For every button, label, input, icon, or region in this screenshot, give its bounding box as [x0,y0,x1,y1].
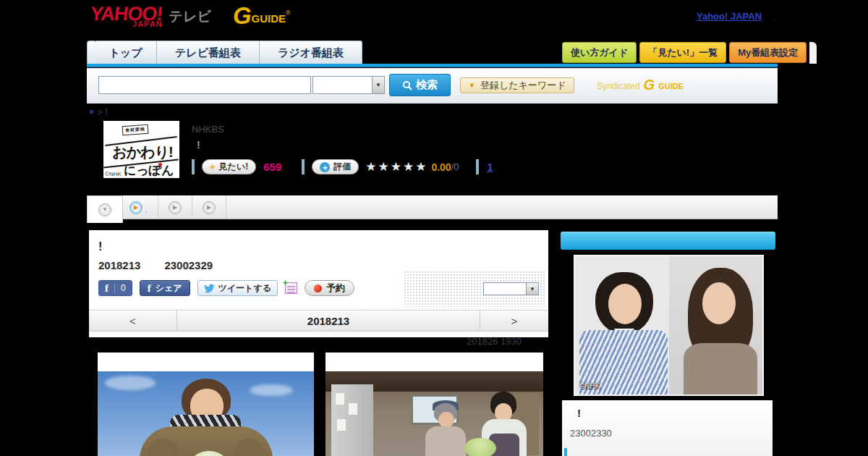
breadcrumb-icon [90,110,93,114]
rating-denominator: /0 [451,161,459,172]
facebook-like-count: 0 [121,283,126,293]
divider-bar [476,159,479,174]
mitai-button-label: 見たい! [219,161,249,173]
cast-photo: ©NHK [574,255,764,396]
plus-icon: + [210,161,216,172]
search-category-select[interactable]: ▼ [312,76,385,94]
photo-caption [98,352,314,371]
search-input[interactable] [98,76,311,94]
date-navigation: < 2018213 > [89,310,548,332]
sidebar-episode-title: ! [577,407,581,419]
current-date-label: 2018213 [177,311,480,331]
yahoo-japan-link[interactable]: Yahoo! JAPAN [697,11,762,22]
prev-date-button[interactable]: < [89,311,177,331]
photo-caption [326,352,543,371]
rate-button[interactable]: ＋ 評価 [312,159,359,174]
gguide-mini-text: GUIDE [658,82,684,90]
mitai-button[interactable]: + 見たい! [202,159,256,174]
nhk-copyright: ©NHK [105,171,122,177]
nhk-copyright: ©NHK [579,382,600,390]
episode-time: 23002329 [164,259,213,271]
reserve-button[interactable]: 予約 [305,280,354,296]
sidebar-episode-panel: ! 23002330 [562,400,773,456]
calendar-add-icon[interactable]: + [285,282,297,294]
facebook-share-label: シェア [156,282,182,295]
nav-right-edge [809,42,817,64]
program-title: ! [197,139,200,151]
rating-score: 0.00 [431,161,451,173]
media-tab-strip: ▼ ▶ 、 ▶ ▶ [87,195,778,219]
record-dot-icon [314,284,322,292]
breadcrumb: > ! [90,106,108,117]
registered-keywords-button[interactable]: ▼ 登録したキーワード [460,77,574,93]
search-button-label: 検索 [416,78,438,92]
episode-photo-kitchen [326,371,543,456]
gguide-text: GUIDE [252,12,286,25]
my-listings-settings-button[interactable]: My番組表設定 [729,42,807,63]
tweet-button-label: ツイートする [218,282,271,295]
red-accent-dot [158,163,162,166]
media-tab-note: 、 [145,206,151,215]
star-rating-icons: ★★★★★ [365,159,427,174]
rate-button-label: 評価 [333,161,351,173]
syndicated-gguide-logo: Syndicated G GUIDE [597,77,684,92]
registered-keywords-label: 登録したキーワード [480,79,566,92]
divider-bar [192,159,195,174]
search-button[interactable]: 検索 [389,74,451,96]
media-tab-video-3[interactable]: ▶ [192,195,226,219]
review-count-link[interactable]: 1 [487,161,493,173]
episode-select[interactable]: ▼ [483,282,539,295]
yahoo-logo-text: YAHOO! [90,4,163,23]
twitter-bird-icon [204,284,215,293]
gguide-logo-icon: G GUIDE ® [233,5,291,27]
episode-photo-card [326,352,543,456]
logo-title-line1: おかわり! [108,143,177,162]
media-tab-info[interactable]: ▼ [87,195,123,223]
plus-icon: ＋ [320,162,330,172]
sidebar-episode-time: 23002330 [570,428,612,439]
divider [114,284,115,293]
facebook-share-button[interactable]: f シェア [140,280,190,296]
media-tab-video-2[interactable]: ▶ [158,195,192,219]
media-tab-video-1[interactable]: ▶ 、 [123,195,158,219]
nav-tab-radio-listings[interactable]: ラジオ番組表 [260,41,362,64]
gguide-g: G [233,5,252,27]
account-area: Yahoo! JAPAN、 [697,10,781,23]
nav-tab-tv-listings[interactable]: テレビ番組表 [157,41,260,64]
facebook-like-button[interactable]: f 0 [98,280,132,296]
nav-left-edge [87,41,95,64]
logo-stamp-text: 食材探検 [122,124,149,135]
share-buttons: f 0 f シェア ツイートする + 予約 [98,279,354,297]
gguide-mini-g: G [644,77,655,92]
usage-guide-button[interactable]: 使い方ガイド [562,42,637,63]
yahoo-japan-tv-logo[interactable]: YAHOO! JAPAN テレビ G GUIDE ® [90,4,291,28]
account-suffix: 、 [772,11,781,22]
play-icon: ▶ [129,201,142,214]
next-airing-text: 201826 1930 [467,336,522,347]
section-accent-bar [564,448,567,456]
tv-label: テレビ [169,7,211,26]
cabbage [464,438,496,456]
triangle-down-icon: ▼ [469,82,475,89]
program-channel: NHKBS [192,124,224,135]
play-icon: ▶ [169,201,182,214]
play-icon: ▶ [203,201,216,214]
facebook-icon: f [148,282,151,295]
mitai-list-button[interactable]: 「見たい!」一覧 [639,42,726,63]
search-section: ▼ 検索 ▼ 登録したキーワード Syndicated G GUIDE [87,68,778,104]
logo-title-line2: にっぽん [124,162,174,178]
tweet-button[interactable]: ツイートする [197,280,278,296]
sidebar-header-bar [561,232,775,250]
next-date-button[interactable]: > [480,311,548,331]
search-icon [402,80,412,90]
nav-tab-top[interactable]: トップ [95,41,157,64]
main-nav: トップ テレビ番組表 ラジオ番組表 [87,40,362,64]
breadcrumb-text: > ! [97,106,108,117]
reserve-button-label: 予約 [326,282,345,295]
select-value [484,283,526,295]
nav-accent-bar [87,64,778,67]
nav-buttons: 使い方ガイド 「見たい!」一覧 My番組表設定 [562,41,817,64]
yahoo-logo-icon: YAHOO! JAPAN [90,4,163,28]
down-arrow-icon: ▼ [98,203,111,216]
spacer [140,259,164,271]
